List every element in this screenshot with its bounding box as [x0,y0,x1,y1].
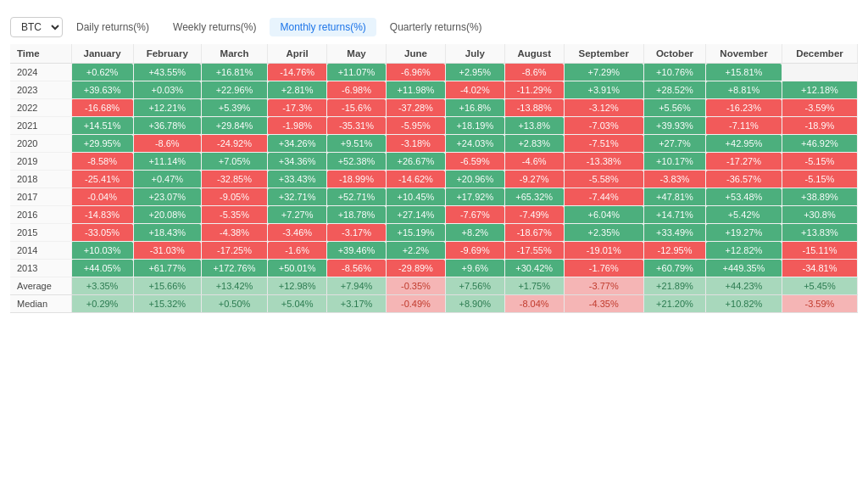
data-cell: +10.45% [386,188,445,206]
data-cell: +18.78% [327,206,387,224]
footer-cell: +3.17% [327,295,387,313]
data-cell: -8.58% [71,153,133,171]
main-container: BTC Daily returns(%) Weekly returns(%) M… [0,0,868,487]
data-cell: +8.81% [706,81,782,99]
data-cell: -7.11% [706,117,782,135]
footer-cell: +21.20% [643,295,705,313]
data-cell: +13.8% [504,117,564,135]
data-cell: -3.59% [782,99,857,117]
footer-label: Average [10,277,71,295]
data-cell: -5.58% [564,171,643,188]
data-cell: -1.98% [268,117,327,135]
col-march: March [201,44,267,64]
data-cell: +15.81% [706,64,782,81]
tab-quarterly[interactable]: Quarterly returns(%) [380,18,492,36]
col-december: December [782,44,857,64]
data-cell: -32.85% [201,171,267,188]
data-cell: -16.23% [706,99,782,117]
data-cell: +3.91% [564,81,643,99]
data-cell: -19.01% [564,242,643,260]
footer-cell: +8.90% [445,295,504,313]
data-cell: +2.81% [268,81,327,99]
data-cell: -8.6% [133,135,201,153]
footer-row: Median+0.29%+15.32%+0.50%+5.04%+3.17%-0.… [10,295,858,313]
data-cell: +61.77% [133,260,201,277]
data-cell: +5.42% [706,206,782,224]
data-cell: +18.19% [445,117,504,135]
data-cell: +2.95% [445,64,504,81]
data-cell: -18.67% [504,224,564,242]
data-cell: -4.02% [445,81,504,99]
data-cell: -14.62% [386,171,445,188]
col-july: July [445,44,504,64]
data-cell: -6.96% [386,64,445,81]
data-cell: +26.67% [386,153,445,171]
year-cell: 2015 [10,224,71,242]
data-cell: +8.2% [445,224,504,242]
data-cell: +9.51% [327,135,387,153]
data-cell: +38.89% [782,188,857,206]
col-january: January [71,44,133,64]
data-cell: -4.38% [201,224,267,242]
footer-cell: -0.49% [386,295,445,313]
col-november: November [706,44,782,64]
data-cell: -34.81% [782,260,857,277]
data-cell: +52.71% [327,188,387,206]
btc-select[interactable]: BTC [10,17,63,37]
data-cell: +29.95% [71,135,133,153]
data-cell: -5.15% [782,171,857,188]
data-cell: -6.59% [445,153,504,171]
data-cell: -9.27% [504,171,564,188]
footer-cell: +5.04% [268,295,327,313]
data-cell: +449.35% [706,260,782,277]
data-cell: +14.71% [643,206,705,224]
year-cell: 2013 [10,260,71,277]
data-cell: -3.18% [386,135,445,153]
footer-cell: +12.98% [268,277,327,295]
data-cell: -0.04% [71,188,133,206]
data-cell: -5.15% [782,153,857,171]
tab-monthly[interactable]: Monthly returns(%) [270,18,376,36]
footer-cell: -8.04% [504,295,564,313]
data-cell: +34.36% [268,153,327,171]
col-october: October [643,44,705,64]
tabs-row: BTC Daily returns(%) Weekly returns(%) M… [10,17,858,37]
data-cell: -29.89% [386,260,445,277]
data-cell: +2.35% [564,224,643,242]
data-cell: +18.43% [133,224,201,242]
returns-table: TimeJanuaryFebruaryMarchAprilMayJuneJuly… [10,44,858,313]
data-cell: -7.67% [445,206,504,224]
footer-cell: +13.42% [201,277,267,295]
footer-cell: +15.32% [133,295,201,313]
footer-cell: -3.59% [782,295,857,313]
data-cell: +33.49% [643,224,705,242]
data-cell: +0.03% [133,81,201,99]
data-cell: -37.28% [386,99,445,117]
data-cell: -17.27% [706,153,782,171]
table-row: 2024+0.62%+43.55%+16.81%-14.76%+11.07%-6… [10,64,858,81]
data-cell: +17.92% [445,188,504,206]
year-cell: 2024 [10,64,71,81]
data-cell: +14.51% [71,117,133,135]
tab-weekly[interactable]: Weekly returns(%) [163,18,266,36]
data-cell: +12.82% [706,242,782,260]
data-cell: +0.47% [133,171,201,188]
year-cell: 2014 [10,242,71,260]
data-cell: +34.26% [268,135,327,153]
data-cell: +7.05% [201,153,267,171]
col-august: August [504,44,564,64]
data-cell: +23.07% [133,188,201,206]
data-cell: +27.7% [643,135,705,153]
data-cell: +2.2% [386,242,445,260]
tab-daily[interactable]: Daily returns(%) [66,18,159,36]
data-cell: -35.31% [327,117,387,135]
data-cell: -31.03% [133,242,201,260]
data-cell: -3.17% [327,224,387,242]
footer-cell: -4.35% [564,295,643,313]
data-cell: -7.51% [564,135,643,153]
data-cell: -17.25% [201,242,267,260]
data-cell: -36.57% [706,171,782,188]
table-row: 2016-14.83%+20.08%-5.35%+7.27%+18.78%+27… [10,206,858,224]
data-cell: +5.56% [643,99,705,117]
footer-cell: +0.29% [71,295,133,313]
